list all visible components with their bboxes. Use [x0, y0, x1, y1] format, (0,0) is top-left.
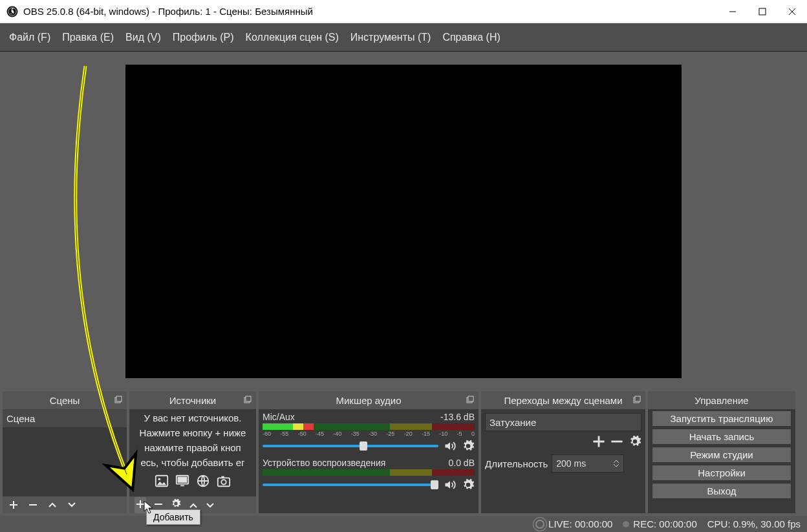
vu-meter-desktop [263, 469, 475, 476]
transition-settings-button[interactable] [629, 435, 641, 448]
svg-rect-2 [759, 8, 766, 15]
sources-move-down-button[interactable] [206, 498, 215, 512]
menu-tools[interactable]: Инструменты (T) [350, 32, 431, 43]
scenes-move-down-button[interactable] [66, 499, 78, 511]
menu-file[interactable]: Файл (F) [9, 32, 50, 43]
controls-title: Управление [648, 395, 795, 406]
mixer-channel-desktop: Устройство воспроизведения 0.0 dB [263, 458, 475, 491]
mixer-channel-mic: Mic/Aux -13.6 dB -60-55-50-45-40-35-30-2… [263, 412, 475, 452]
menu-profile[interactable]: Профиль (P) [173, 32, 234, 43]
statusbar: LIVE: 00:00:00 REC: 00:00:00 CPU: 0.9%, … [0, 516, 807, 532]
transition-select[interactable]: Затухание [485, 413, 641, 431]
svg-point-8 [158, 478, 161, 480]
mixer-popout-icon[interactable] [466, 395, 475, 407]
status-rec: REC: 00:00:00 [633, 518, 696, 529]
menubar: Файл (F) Правка (E) Вид (V) Профиль (P) … [0, 23, 807, 52]
transitions-title: Переходы между сценами [481, 395, 645, 406]
scenes-add-button[interactable] [8, 499, 19, 511]
scenes-remove-button[interactable] [27, 499, 39, 511]
titlebar: OBS 25.0.8 (64-bit, windows) - Профиль: … [0, 0, 807, 23]
gear-icon[interactable] [462, 440, 475, 452]
settings-button[interactable]: Настройки [652, 465, 791, 481]
rec-dot-icon [623, 521, 629, 527]
menu-help[interactable]: Справка (H) [442, 32, 500, 43]
mixer-ch2-db: 0.0 dB [449, 458, 475, 468]
menu-scene-collection[interactable]: Коллекция сцен (S) [246, 32, 339, 43]
vu-ticks: -60-55-50-45-40-35-30-25-20-15-10-50 [263, 431, 475, 437]
transition-duration-label: Длительность [485, 458, 548, 469]
status-live: LIVE: 00:00:00 [548, 518, 612, 529]
volume-slider-mic[interactable] [263, 445, 438, 447]
scenes-toolbar [3, 496, 127, 513]
mixer-ch1-name: Mic/Aux [263, 412, 295, 422]
gear-icon[interactable] [462, 478, 475, 491]
cursor-icon [144, 500, 155, 516]
minimize-button[interactable] [718, 0, 748, 23]
preview-canvas[interactable] [125, 65, 682, 378]
start-streaming-button[interactable]: Запустить трансляцию [652, 410, 791, 427]
browser-source-icon [195, 474, 211, 488]
vu-meter-mic [263, 423, 475, 430]
svg-point-13 [221, 480, 226, 484]
transitions-popout-icon[interactable] [632, 395, 641, 407]
menu-view[interactable]: Вид (V) [125, 32, 161, 43]
sources-popout-icon[interactable] [243, 395, 252, 407]
transitions-dock: Переходы между сценами Затухание Длитель… [481, 391, 645, 513]
svg-rect-14 [221, 476, 224, 478]
studio-mode-button[interactable]: Режим студии [652, 447, 791, 463]
mixer-ch1-db: -13.6 dB [440, 412, 475, 422]
menu-edit[interactable]: Правка (E) [62, 32, 114, 43]
annotation-arrow [47, 61, 156, 494]
transition-remove-button[interactable] [610, 435, 623, 448]
mixer-ch2-name: Устройство воспроизведения [263, 458, 385, 468]
close-button[interactable] [777, 0, 807, 23]
speaker-icon[interactable] [444, 440, 457, 452]
transition-duration-input[interactable]: 200 ms [552, 454, 624, 473]
display-source-icon [174, 474, 191, 488]
svg-rect-16 [468, 396, 473, 401]
svg-rect-6 [246, 396, 251, 401]
status-cpu: CPU: 0.9%, 30.00 fps [707, 518, 801, 529]
signal-icon [535, 520, 544, 529]
transition-add-button[interactable] [592, 435, 605, 448]
scenes-move-up-button[interactable] [47, 499, 58, 511]
maximize-button[interactable] [748, 0, 777, 23]
spinner-icon[interactable] [613, 459, 619, 468]
exit-button[interactable]: Выход [652, 483, 791, 499]
volume-slider-desktop[interactable] [263, 484, 438, 486]
controls-dock: Управление Запустить трансляцию Начать з… [648, 391, 795, 513]
svg-rect-10 [178, 477, 188, 483]
camera-source-icon [215, 474, 232, 488]
svg-rect-18 [635, 396, 640, 401]
mixer-dock: Микшер аудио Mic/Aux -13.6 dB -60-55-50-… [259, 391, 479, 513]
window-title: OBS 25.0.8 (64-bit, windows) - Профиль: … [23, 6, 718, 17]
start-recording-button[interactable]: Начать запись [652, 429, 791, 445]
speaker-icon[interactable] [444, 478, 457, 491]
obs-logo-icon [6, 6, 18, 17]
mixer-title: Микшер аудио [259, 395, 479, 406]
